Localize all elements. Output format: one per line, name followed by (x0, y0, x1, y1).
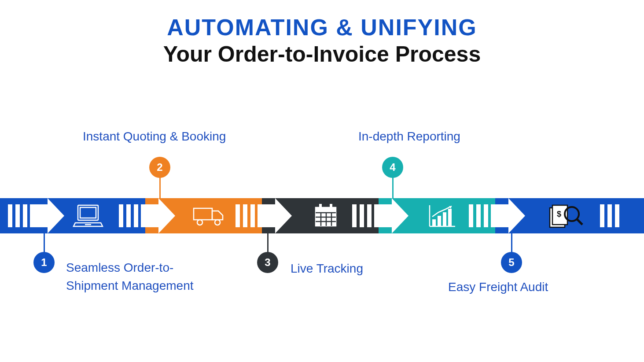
step-3-badge: 3 (257, 252, 278, 273)
badge-number: 5 (508, 256, 514, 269)
arrow-icon (600, 198, 622, 233)
arrow-icon (352, 198, 408, 233)
truck-icon (192, 205, 226, 227)
svg-line-26 (577, 219, 582, 225)
step-4-badge: 4 (382, 157, 403, 178)
step-5-label: Easy Freight Audit (448, 278, 548, 296)
calendar-icon (313, 203, 339, 229)
step-3-label: Live Tracking (291, 260, 363, 278)
svg-rect-19 (443, 212, 446, 226)
connector-line (392, 177, 394, 198)
audit-icon: $ (548, 203, 583, 229)
svg-rect-3 (194, 208, 212, 220)
svg-point-5 (215, 220, 220, 225)
arrow-icon (469, 198, 525, 233)
step-1-badge: 1 (33, 252, 55, 273)
connector-line (511, 233, 512, 255)
step-5-badge: 5 (501, 252, 522, 273)
svg-rect-18 (438, 216, 441, 226)
svg-rect-1 (80, 207, 96, 218)
laptop-icon (73, 203, 103, 228)
title-line-1: AUTOMATING & UNIFYING (0, 14, 644, 41)
step-2-label: Instant Quoting & Booking (83, 128, 226, 146)
arrow-icon (119, 198, 175, 233)
connector-line (44, 233, 45, 255)
arrow-icon (236, 198, 292, 233)
step-2-badge: 2 (149, 157, 170, 178)
process-band: $ (0, 198, 644, 233)
step-1-label: Seamless Order-to- Shipment Management (66, 259, 194, 295)
svg-rect-14 (330, 204, 332, 210)
svg-rect-13 (319, 204, 322, 210)
segment-5: $ (495, 198, 644, 233)
svg-rect-17 (432, 219, 436, 226)
svg-text:$: $ (557, 210, 561, 218)
arrow-icon (8, 198, 64, 233)
step-4-label: In-depth Reporting (358, 128, 460, 146)
badge-number: 3 (265, 256, 270, 269)
diagram-header: AUTOMATING & UNIFYING Your Order-to-Invo… (0, 0, 644, 67)
svg-point-4 (197, 220, 202, 225)
svg-rect-20 (448, 209, 452, 226)
connector-line (159, 177, 161, 198)
badge-number: 2 (157, 161, 162, 174)
connector-line (267, 233, 269, 255)
chart-icon (428, 203, 457, 228)
title-line-2: Your Order-to-Invoice Process (0, 41, 644, 67)
badge-number: 4 (390, 161, 395, 174)
badge-number: 1 (41, 256, 47, 269)
